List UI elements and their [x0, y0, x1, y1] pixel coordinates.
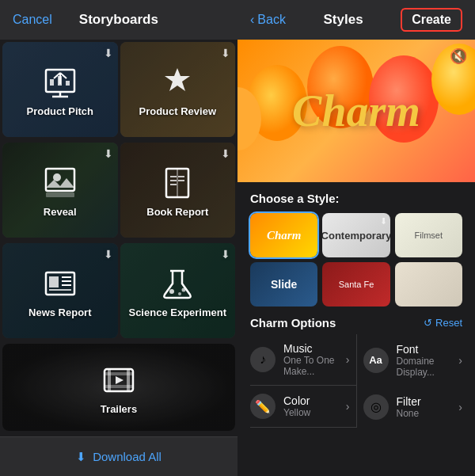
book-report-icon — [158, 163, 197, 203]
svg-marker-33 — [116, 376, 124, 384]
icon-area-science — [158, 264, 197, 303]
option-font[interactable]: Aa Font Domaine Display... › — [357, 334, 463, 386]
grid-item-book-report[interactable]: ⬇ Book Report — [120, 143, 236, 238]
chevron-left-icon: ‹ — [250, 13, 254, 27]
style-item-slide[interactable]: Slide — [250, 262, 317, 307]
right-panel-title: Styles — [324, 12, 363, 28]
grid-item-product-review[interactable]: ⬇ Product Review — [120, 42, 236, 137]
option-color[interactable]: ✏️ Color Yellow › — [250, 386, 357, 428]
svg-rect-31 — [104, 372, 133, 375]
font-icon: Aa — [363, 348, 389, 373]
download-all-bar[interactable]: ⬇ Download All — [0, 436, 238, 476]
color-icon: ✏️ — [250, 394, 276, 419]
icon-area-reveal — [40, 163, 80, 203]
font-symbol: Aa — [369, 354, 382, 366]
svg-rect-8 — [66, 81, 70, 86]
download-badge-product-review: ⬇ — [221, 47, 230, 59]
product-pitch-label: Product Pitch — [26, 105, 93, 117]
grid-item-news-report[interactable]: ⬇ News Report — [2, 243, 118, 338]
download-badge-news-report: ⬇ — [104, 248, 113, 261]
style-slide-label: Slide — [271, 278, 297, 291]
filter-label: Filter — [397, 395, 459, 408]
style-filmset-label: Filmset — [415, 230, 443, 240]
options-title: Charm Options — [250, 316, 336, 329]
cancel-button[interactable]: Cancel — [13, 13, 52, 27]
style-item-charm[interactable]: Charm — [250, 213, 317, 257]
product-review-label: Product Review — [139, 105, 216, 117]
options-row-music-font: ♪ Music One To One Make... › Aa Font Dom… — [250, 334, 462, 386]
back-button[interactable]: ‹ Back — [250, 13, 286, 27]
product-pitch-icon — [40, 63, 80, 102]
style-item-light[interactable] — [395, 262, 462, 307]
music-symbol: ♪ — [260, 352, 266, 367]
reset-button[interactable]: ↺ Reset — [424, 317, 462, 329]
styles-section: Choose a Style: Charm ⬇ Contemporary Fil… — [238, 182, 475, 313]
left-panel: Cancel Storyboards ⬇ — [0, 0, 238, 476]
color-value: Yellow — [283, 407, 346, 418]
back-label: Back — [257, 13, 286, 27]
filter-text: Filter None — [397, 395, 459, 419]
font-label: Font — [397, 343, 459, 356]
style-item-filmset[interactable]: Filmset — [395, 213, 462, 257]
reset-icon: ↺ — [424, 317, 432, 329]
style-contemporary-label: Contemporary — [322, 230, 390, 242]
font-chevron-icon: › — [458, 354, 462, 367]
svg-rect-6 — [50, 79, 54, 86]
color-chevron-icon: › — [346, 400, 350, 413]
option-filter[interactable]: ◎ Filter None › — [357, 386, 463, 428]
svg-point-26 — [178, 292, 181, 295]
download-all-label: Download All — [93, 450, 162, 463]
download-badge-book-report: ⬇ — [221, 147, 230, 160]
left-header: Cancel Storyboards — [0, 0, 238, 40]
filter-symbol: ◎ — [370, 399, 382, 414]
grid-item-trailers[interactable]: Trailers — [2, 344, 235, 431]
style-download-badge-contemporary: ⬇ — [380, 216, 387, 227]
font-text: Font Domaine Display... — [397, 343, 459, 378]
color-symbol: ✏️ — [255, 399, 271, 414]
svg-rect-11 — [46, 192, 74, 197]
style-item-santa-fe[interactable]: Santa Fe — [322, 262, 390, 307]
style-item-contemporary[interactable]: ⬇ Contemporary — [322, 213, 390, 257]
icon-area-book-report — [158, 163, 197, 203]
mute-icon[interactable]: 🔇 — [450, 48, 467, 65]
icon-area-news-report — [40, 264, 80, 303]
svg-point-27 — [182, 288, 186, 291]
music-chevron-icon: › — [346, 353, 350, 366]
download-all-icon: ⬇ — [76, 450, 86, 464]
styles-section-title: Choose a Style: — [250, 192, 462, 205]
grid-item-reveal[interactable]: ⬇ Reveal — [2, 143, 118, 238]
create-button[interactable]: Create — [401, 8, 462, 32]
right-header: ‹ Back Styles Create — [238, 0, 475, 40]
style-charm-label: Charm — [267, 229, 301, 242]
download-badge-reveal: ⬇ — [104, 147, 113, 160]
news-report-label: News Report — [28, 307, 91, 318]
svg-rect-7 — [58, 76, 62, 86]
trailers-icon — [99, 360, 139, 400]
product-review-icon — [158, 63, 197, 102]
grid-item-science-experiment[interactable]: ⬇ Science Experiment — [120, 243, 236, 338]
music-label: Music — [283, 342, 346, 355]
style-santa-fe-label: Santa Fe — [339, 280, 374, 289]
icon-area-trailers — [99, 360, 139, 400]
preview-charm-text: Charm — [292, 86, 420, 136]
icon-area-product-pitch — [40, 63, 80, 102]
left-panel-title: Storyboards — [79, 12, 158, 28]
icon-area-product-review — [158, 63, 197, 102]
options-header: Charm Options ↺ Reset — [250, 316, 462, 329]
style-preview: Charm 🔇 — [238, 40, 475, 182]
music-icon: ♪ — [250, 347, 276, 372]
svg-rect-19 — [49, 276, 59, 288]
options-section: Charm Options ↺ Reset ♪ Music One To One… — [238, 313, 475, 434]
option-music[interactable]: ♪ Music One To One Make... › — [250, 334, 357, 386]
storyboards-grid: ⬇ Product Pitch — [0, 40, 238, 436]
styles-grid: Charm ⬇ Contemporary Filmset Slide Santa… — [250, 213, 462, 307]
color-text: Color Yellow — [283, 394, 346, 418]
download-badge-science: ⬇ — [221, 248, 230, 261]
filter-icon: ◎ — [363, 394, 389, 420]
filter-chevron-icon: › — [458, 401, 462, 413]
svg-point-25 — [169, 289, 174, 294]
font-value: Domaine Display... — [397, 356, 459, 378]
reset-label: Reset — [435, 317, 462, 329]
download-badge-product-pitch: ⬇ — [104, 47, 113, 59]
grid-item-product-pitch[interactable]: ⬇ Product Pitch — [2, 42, 118, 137]
